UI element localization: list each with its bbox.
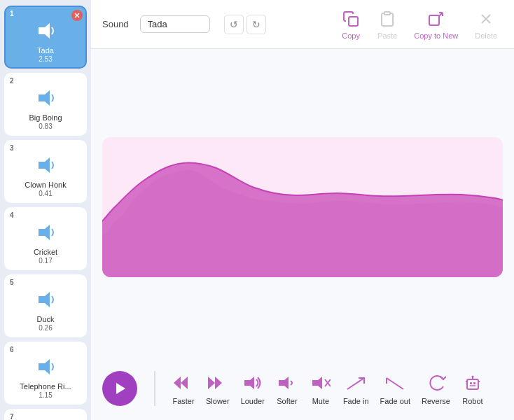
undo-redo-group: ↺ ↻ [224, 15, 266, 34]
svg-rect-9 [349, 17, 358, 26]
reverse-button[interactable]: Reverse [422, 372, 450, 405]
item-duration-3: 0.41 [39, 190, 52, 197]
speaker-icon-5 [33, 287, 58, 312]
redo-button[interactable]: ↻ [246, 15, 266, 34]
svg-marker-20 [312, 377, 322, 389]
mute-label: Mute [312, 397, 329, 405]
fade-out-label: Fade out [380, 397, 410, 405]
controls-divider [154, 371, 155, 406]
svg-rect-24 [470, 382, 472, 384]
copy-to-new-button[interactable]: Copy to New [408, 6, 464, 43]
speaker-icon-2 [33, 85, 58, 111]
robot-button[interactable]: Robot [461, 372, 484, 405]
svg-marker-6 [39, 292, 50, 307]
copy-icon [341, 9, 361, 29]
svg-rect-25 [473, 382, 475, 384]
mute-icon [310, 372, 332, 394]
faster-label: Faster [172, 397, 194, 405]
paste-button[interactable]: Paste [372, 6, 403, 43]
softer-icon [276, 372, 298, 394]
sound-item-1[interactable]: 1 Tada 2.53 [4, 6, 87, 69]
louder-icon [242, 372, 264, 394]
svg-marker-18 [244, 377, 254, 389]
item-number-1: 1 [10, 10, 14, 18]
delete-icon [476, 9, 496, 29]
waveform-container[interactable] [102, 137, 503, 277]
play-icon [112, 381, 127, 396]
sound-item-3[interactable]: 3 Clown Honk 0.41 [4, 140, 87, 203]
fade-out-button[interactable]: Fade out [380, 372, 410, 405]
reverse-icon [425, 372, 447, 394]
sound-name-input[interactable] [140, 15, 210, 33]
mute-button[interactable]: Mute [310, 372, 332, 405]
item-number-6: 6 [10, 346, 14, 354]
fade-in-icon [345, 372, 367, 394]
softer-button[interactable]: Softer [276, 372, 298, 405]
item-number-4: 4 [10, 211, 14, 219]
item-name-4: Cricket [34, 248, 57, 256]
item-duration-5: 0.26 [39, 324, 52, 332]
item-name-2: Big Boing [29, 113, 62, 122]
waveform-area [91, 49, 514, 365]
speaker-icon-6 [33, 354, 58, 379]
sound-item-7[interactable]: 7 [4, 409, 87, 420]
reverse-label: Reverse [422, 397, 450, 405]
svg-rect-23 [467, 379, 478, 389]
controls-area: Faster Slower [91, 365, 514, 420]
copy-to-new-icon [426, 9, 446, 29]
copy-label: Copy [342, 31, 360, 40]
svg-marker-15 [116, 383, 125, 394]
sound-item-2[interactable]: 2 Big Boing 0.83 [4, 73, 87, 136]
slower-button[interactable]: Slower [206, 372, 230, 405]
speaker-icon-1 [33, 18, 58, 43]
svg-marker-5 [39, 225, 50, 240]
item-duration-2: 0.83 [39, 122, 52, 130]
fade-in-button[interactable]: Fade in [343, 372, 369, 405]
fade-in-label: Fade in [343, 397, 369, 405]
speaker-icon-4 [33, 220, 58, 245]
waveform-svg [102, 137, 503, 277]
faster-icon [172, 372, 195, 394]
item-name-6: Telephone Ri... [20, 382, 71, 391]
svg-marker-19 [279, 377, 289, 389]
svg-point-28 [471, 376, 473, 378]
svg-rect-11 [429, 15, 439, 25]
delete-item-1[interactable] [71, 10, 83, 21]
item-name-3: Clown Honk [25, 181, 66, 189]
item-name-1: Tada [37, 46, 54, 55]
fade-out-icon [384, 372, 406, 394]
effect-buttons: Faster Slower [172, 372, 484, 405]
robot-icon [461, 372, 484, 394]
delete-label: Delete [475, 31, 497, 40]
speaker-icon-3 [33, 153, 58, 178]
delete-button[interactable]: Delete [469, 6, 503, 43]
louder-button[interactable]: Louder [241, 372, 265, 405]
item-number-2: 2 [10, 77, 14, 85]
toolbar: Sound ↺ ↻ Copy [91, 0, 514, 49]
sound-item-5[interactable]: 5 Duck 0.26 [4, 274, 87, 337]
item-name-5: Duck [36, 315, 54, 323]
svg-marker-7 [39, 359, 50, 374]
sound-item-6[interactable]: 6 Telephone Ri... 1.15 [4, 342, 87, 405]
louder-label: Louder [241, 397, 265, 405]
softer-label: Softer [277, 397, 297, 405]
item-duration-4: 0.17 [39, 257, 52, 265]
sound-item-4[interactable]: 4 Cricket 0.17 [4, 207, 87, 270]
svg-marker-2 [39, 23, 50, 38]
slower-icon [207, 372, 229, 394]
item-number-3: 3 [10, 144, 14, 152]
copy-to-new-label: Copy to New [414, 31, 458, 40]
play-button[interactable] [102, 371, 137, 406]
paste-icon [377, 9, 397, 29]
svg-marker-4 [39, 158, 50, 173]
paste-label: Paste [377, 31, 397, 40]
copy-button[interactable]: Copy [335, 6, 366, 43]
sound-list: 1 Tada 2.53 2 [0, 0, 91, 420]
item-duration-1: 2.53 [39, 55, 52, 63]
svg-marker-17 [208, 377, 222, 389]
undo-button[interactable]: ↺ [224, 15, 244, 34]
item-number-7: 7 [10, 413, 14, 420]
svg-rect-10 [384, 12, 390, 15]
faster-button[interactable]: Faster [172, 372, 195, 405]
sound-label: Sound [102, 19, 129, 29]
